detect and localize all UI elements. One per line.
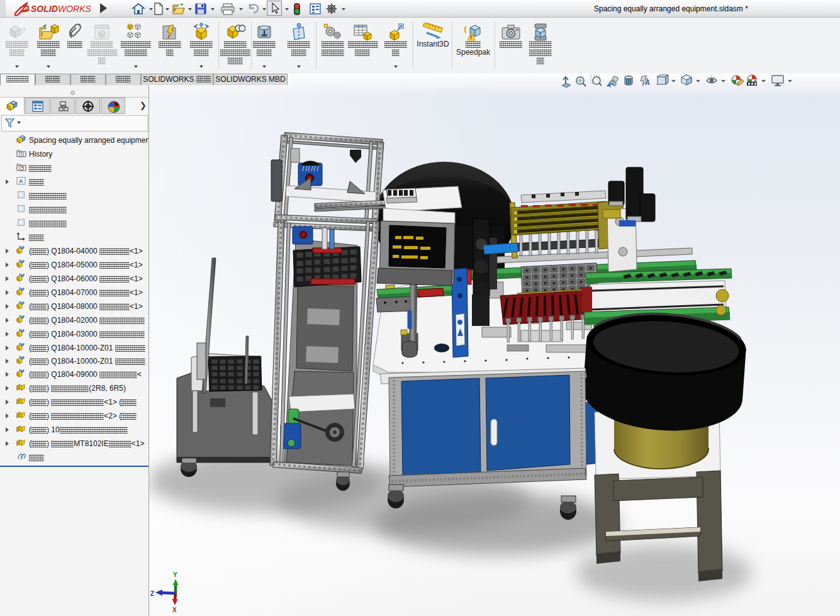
svg-text:WORKS: WORKS bbox=[58, 4, 92, 14]
svg-text:Z: Z bbox=[150, 590, 154, 597]
svg-text:X: X bbox=[172, 607, 177, 613]
svg-text:SOLID: SOLID bbox=[31, 4, 58, 14]
svg-text:Y: Y bbox=[173, 571, 177, 578]
svg-text:A: A bbox=[19, 178, 23, 184]
svg-text:!: ! bbox=[470, 34, 472, 40]
svg-text:A: A bbox=[644, 79, 650, 86]
